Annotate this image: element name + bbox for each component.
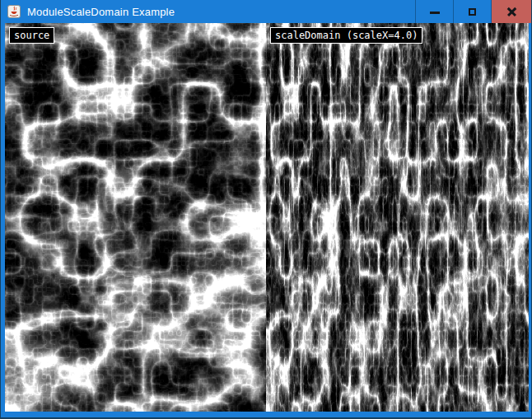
window-controls bbox=[415, 0, 531, 23]
maximize-button[interactable] bbox=[453, 0, 491, 23]
scaledomain-label: scaleDomain (scaleX=4.0) bbox=[270, 27, 422, 44]
content-area: source scaleDomain (scaleX=4.0) bbox=[5, 23, 529, 412]
window-title: ModuleScaleDomain Example bbox=[27, 6, 175, 18]
source-noise-image bbox=[5, 23, 266, 412]
scaledomain-noise-image bbox=[266, 23, 529, 412]
source-label: source bbox=[9, 27, 54, 44]
close-button[interactable] bbox=[491, 0, 531, 23]
java-app-icon bbox=[7, 5, 21, 18]
minimize-button[interactable] bbox=[415, 0, 453, 23]
close-icon bbox=[506, 7, 517, 17]
maximize-icon bbox=[469, 8, 476, 16]
minimize-icon bbox=[430, 12, 440, 14]
source-panel: source bbox=[5, 23, 266, 412]
scaledomain-panel: scaleDomain (scaleX=4.0) bbox=[266, 23, 529, 412]
titlebar[interactable]: ModuleScaleDomain Example bbox=[1, 0, 531, 23]
app-window: ModuleScaleDomain Example source scaleDo… bbox=[0, 0, 532, 419]
